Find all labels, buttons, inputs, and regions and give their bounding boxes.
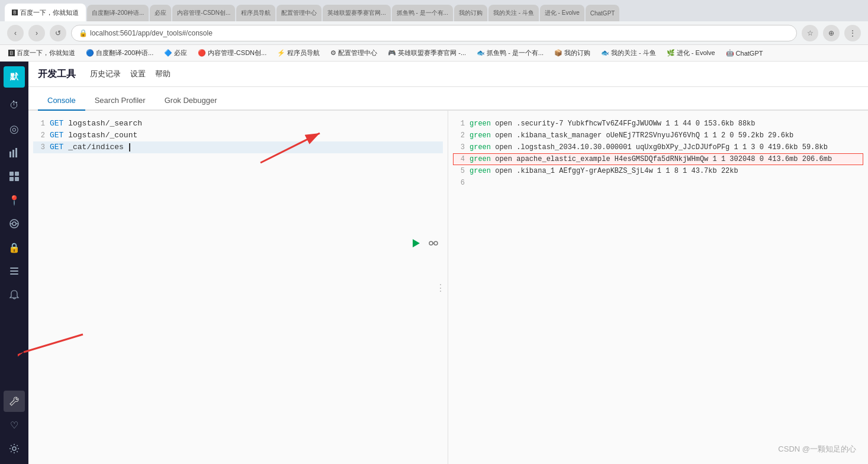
tab-evolve[interactable]: 进化 - Evolve	[540, 5, 584, 21]
sidebar-item-dashboard[interactable]	[4, 166, 25, 187]
copy-link-button[interactable]	[426, 236, 441, 250]
left-panel: 1 GET logstash/_search 2 GET logstash/_c…	[28, 111, 448, 464]
menu-button[interactable]: ⋮	[844, 25, 861, 41]
bookmark-icon-order: 📦	[554, 49, 562, 57]
sidebar-item-devtools[interactable]	[4, 391, 25, 412]
editor-content[interactable]: 1 GET logstash/_search 2 GET logstash/_c…	[28, 111, 448, 464]
address-bar[interactable]: 🔒 localhost:5601/app/dev_tools#/console	[71, 25, 797, 41]
browser-tabs: 🅱 百度一下，你就知道 自度翻译-200种语... 必应 内容管理-CSDN创.…	[0, 0, 868, 21]
bookmark-chatgpt[interactable]: 🤖 ChatGPT	[722, 48, 767, 58]
bookmarks-star[interactable]: ☆	[802, 25, 818, 41]
gear-icon	[9, 443, 20, 454]
clock-icon: ⏱	[9, 100, 19, 111]
back-button[interactable]: ‹	[7, 25, 24, 41]
bookmark-evolve[interactable]: 🌿 进化 - Evolve	[663, 47, 719, 59]
bookmark-config[interactable]: ⚙ 配置管理中心	[327, 47, 381, 59]
svg-point-16	[429, 241, 433, 245]
sidebar-item-ml[interactable]	[4, 213, 25, 234]
sidebar: 默 ⏱ ◎ 📍	[0, 62, 28, 464]
bookmark-translate[interactable]: 🔵 自度翻译-200种语...	[82, 47, 157, 59]
list-icon	[9, 266, 20, 276]
sidebar-item-maps[interactable]: 📍	[4, 189, 25, 211]
tab-chatgpt[interactable]: ChatGPT	[586, 5, 620, 21]
tab-baidu[interactable]: 🅱 百度一下，你就知道	[5, 4, 86, 21]
svg-point-8	[12, 222, 16, 225]
app-titlebar: 开发工具 历史记录 设置 帮助	[28, 62, 868, 87]
discover-icon: ◎	[9, 123, 19, 136]
svg-rect-11	[10, 268, 18, 269]
tab-translate[interactable]: 自度翻译-200种语...	[87, 5, 149, 21]
bookmark-baidu[interactable]: 🅱 百度一下，你就知道	[5, 47, 79, 59]
bookmark-icon-douyu: 🐟	[601, 49, 609, 57]
bell-icon	[9, 289, 20, 300]
bookmark-icon-chatgpt: 🤖	[726, 49, 734, 57]
bookmark-csdn[interactable]: 🔴 内容管理-CSDN创...	[194, 47, 270, 59]
bookmark-order[interactable]: 📦 我的订购	[551, 47, 594, 59]
output-line-3: 3 green open .logstash_2034.10.30.000001…	[453, 141, 863, 153]
svg-rect-5	[9, 177, 14, 181]
bookmark-icon-evolve: 🌿	[667, 49, 675, 57]
browser-bar: ‹ › ↺ 🔒 localhost:5601/app/dev_tools#/co…	[0, 21, 868, 45]
svg-rect-0	[9, 152, 11, 157]
tab-csdn[interactable]: 内容管理-CSDN创...	[172, 5, 235, 21]
sidebar-item-visualize[interactable]	[4, 142, 25, 163]
bookmark-lol[interactable]: 🎮 英雄联盟赛季赛官网 -...	[384, 47, 470, 59]
tab-douyu[interactable]: 我的关注 - 斗鱼	[488, 5, 539, 21]
tab-zhuayu[interactable]: 抓鱼鸭 - 是一个有...	[392, 5, 453, 21]
forward-button[interactable]: ›	[28, 25, 45, 41]
sidebar-item-settings[interactable]	[4, 438, 25, 459]
svg-rect-3	[9, 172, 14, 176]
tab-grok-debugger[interactable]: Grok Debugger	[155, 91, 227, 111]
bookmark-bing[interactable]: 🔷 必应	[160, 47, 191, 59]
lock-icon: 🔒	[79, 29, 88, 37]
refresh-button[interactable]: ↺	[50, 25, 66, 41]
tab-lol[interactable]: 英雄联盟赛季赛官网...	[323, 5, 390, 21]
bookmark-icon-lol: 🎮	[388, 49, 396, 57]
nav-help[interactable]: 帮助	[155, 66, 171, 82]
tab-config[interactable]: 配置管理中心	[277, 5, 322, 21]
output-line-6: 6	[453, 177, 863, 189]
sidebar-item-management[interactable]	[4, 260, 25, 282]
nav-settings[interactable]: 设置	[130, 66, 146, 82]
sidebar-item-discover[interactable]: ◎	[4, 118, 25, 140]
svg-rect-13	[10, 273, 18, 275]
sidebar-item-monitoring[interactable]: ♡	[4, 414, 25, 436]
right-panel: 1 green open .security-7 YubkfhcwTv6Z4FF…	[448, 111, 868, 464]
resize-handle[interactable]: ⋮	[436, 282, 445, 293]
app-container: 默 ⏱ ◎ 📍	[0, 62, 868, 464]
bookmark-zhuayu[interactable]: 🐟 抓鱼鸭 - 是一个有...	[473, 47, 547, 59]
lock-icon: 🔒	[8, 242, 20, 253]
bookmark-icon: 🅱	[8, 50, 15, 57]
watermark: CSDN @一颗知足的心	[778, 444, 856, 455]
dashboard-icon	[9, 171, 20, 182]
bookmark-icon-zhuayu: 🐟	[477, 49, 485, 57]
svg-rect-2	[15, 148, 17, 157]
run-button[interactable]	[409, 236, 423, 250]
editor-line-2: 2 GET logstash/_count	[33, 130, 443, 141]
svg-rect-4	[15, 172, 19, 176]
bookmark-icon-translate: 🔵	[86, 49, 94, 57]
output-line-2: 2 green open .kibana_task_manager oUeNEj…	[453, 130, 863, 141]
tab-myorder[interactable]: 我的订购	[454, 5, 487, 21]
action-buttons	[409, 236, 441, 250]
tab-console[interactable]: Console	[38, 91, 85, 111]
main-content: 开发工具 历史记录 设置 帮助 Console Search Profiler …	[28, 62, 868, 464]
sidebar-item-alerts[interactable]	[4, 284, 25, 305]
bookmark-icon-csdn: 🔴	[198, 49, 206, 57]
sidebar-item-security[interactable]: 🔒	[4, 237, 25, 258]
tab-bing[interactable]: 必应	[150, 5, 171, 21]
output-line-5: 5 green open .kibana_1 AEfggY-grAepKBZS_…	[453, 165, 863, 177]
app-title: 开发工具	[38, 68, 76, 80]
nav-history[interactable]: 历史记录	[90, 66, 121, 82]
app-logo[interactable]: 默	[4, 66, 25, 88]
svg-point-17	[434, 241, 438, 245]
tab-devnav[interactable]: 程序员导航	[236, 5, 275, 21]
tab-search-profiler[interactable]: Search Profiler	[85, 91, 155, 111]
svg-rect-1	[12, 150, 14, 157]
svg-rect-6	[15, 177, 19, 181]
sidebar-item-history[interactable]: ⏱	[4, 95, 25, 116]
bookmark-douyu[interactable]: 🐟 我的关注 - 斗鱼	[597, 47, 660, 59]
maps-icon: 📍	[8, 195, 20, 206]
bookmark-devnav[interactable]: ⚡ 程序员导航	[274, 47, 323, 59]
extensions-button[interactable]: ⊕	[823, 25, 840, 41]
